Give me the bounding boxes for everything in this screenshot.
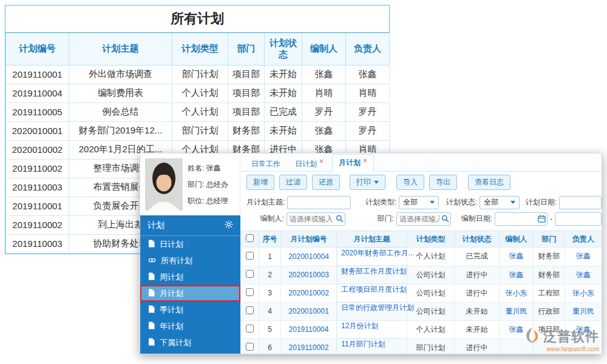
cell: 罗丹 — [302, 103, 346, 121]
plan-type-select[interactable]: 全部 — [399, 196, 439, 209]
tab-label: 日计划 — [295, 157, 317, 171]
plan-row[interactable]: 2019110001外出做市场调查部门计划项目部未开始张鑫张鑫 — [6, 65, 390, 84]
cell: 未开始 — [265, 84, 302, 103]
import-button[interactable]: 导入 — [396, 175, 424, 190]
owner-link[interactable]: 张鑫 — [565, 248, 602, 266]
print-button[interactable]: 打印 — [350, 175, 385, 190]
sidebar-item-week-plan[interactable]: 周计划 — [140, 269, 240, 285]
tab-day-plan[interactable]: 日计划 × — [289, 157, 330, 171]
compile-date-label: 编制日期: — [456, 214, 492, 224]
sidebar: 计划 日计划 所有计划 周计划 — [140, 215, 240, 354]
table-row: 42020010001日常的行政管理月计划公司计划未开始董川民行政部董川民 — [241, 302, 602, 320]
export-button[interactable]: 导出 — [429, 175, 457, 190]
tab-daily-work[interactable]: 日常工作 — [245, 157, 287, 171]
cell: 未开始 — [265, 65, 302, 84]
plan-status-label: 计划状态: — [444, 197, 477, 207]
sidebar-item-label: 年计划 — [160, 321, 183, 332]
compiler-link[interactable]: 董川民 — [500, 302, 534, 320]
cell: 2019110001 — [6, 197, 69, 215]
col-header: 编制人 — [500, 231, 534, 248]
col-header: 部门 — [228, 33, 265, 66]
col-header: 计划状态 — [265, 33, 302, 66]
compiler-link[interactable]: 张小东 — [500, 284, 534, 302]
plan-row[interactable]: 2019110004编制费用表个人计划项目部未开始肖晴肖晴 — [6, 84, 390, 103]
gear-icon[interactable] — [225, 220, 233, 231]
compiler-link[interactable]: 张鑫 — [500, 266, 534, 284]
plan-row[interactable]: 2019110005例会总结个人计划项目部已完成罗丹罗丹 — [6, 103, 390, 121]
col-header: 负责人 — [346, 33, 390, 66]
owner-link[interactable]: 张鑫 — [565, 266, 602, 284]
sidebar-item-subordinate-plan[interactable]: 下属计划 — [140, 334, 240, 351]
file-icon — [148, 322, 155, 331]
compile-date-end-input[interactable] — [555, 212, 602, 226]
plan-row[interactable]: 2020010001财务部门2019年12...部门计划财务部未开始张鑫罗丹 — [6, 121, 390, 140]
row-checkbox[interactable] — [246, 325, 254, 332]
sidebar-item-label: 所有计划 — [161, 255, 192, 266]
cell: 部门计划 — [172, 121, 228, 140]
plan-id-link[interactable]: 2019110004 — [281, 320, 337, 339]
calendar-icon[interactable] — [538, 215, 546, 224]
owner-link[interactable]: 张小东 — [565, 284, 602, 302]
sidebar-item-label: 周计划 — [160, 272, 183, 283]
row-checkbox[interactable] — [246, 252, 254, 260]
sidebar-item-day-plan[interactable]: 日计划 — [140, 236, 240, 252]
sidebar-item-label: 季计划 — [160, 305, 183, 315]
filter-button[interactable]: 过滤 — [279, 175, 307, 190]
plan-date-label: 计划日期: — [523, 197, 557, 207]
cell: 张鑫 — [302, 121, 346, 140]
close-icon[interactable]: × — [363, 157, 367, 164]
plan-id-link[interactable]: 2020010002 — [281, 284, 337, 302]
monthly-plan-window: 姓名: 张鑫 部门: 总经办 职位: 总经理 计划 日计划 — [140, 153, 602, 354]
row-checkbox[interactable] — [246, 288, 254, 296]
cell: 个人计划 — [172, 103, 228, 121]
file-icon — [148, 240, 155, 249]
row-checkbox[interactable] — [246, 343, 254, 351]
tab-month-plan[interactable]: 月计划 × — [332, 154, 374, 172]
sidebar-item-quarter-plan[interactable]: 季计划 — [140, 302, 240, 318]
date-range-separator: - — [550, 215, 552, 223]
watermark: 泛普软件 www.fanpusoft.com — [523, 326, 599, 352]
cell: 罗丹 — [346, 121, 390, 140]
cell: 2019110005 — [6, 103, 69, 121]
compiler-label: 编制人: — [246, 214, 284, 224]
cell: 项目部 — [228, 65, 265, 84]
col-header: 计划主题 — [69, 33, 172, 66]
cell: 外出做市场调查 — [69, 65, 172, 84]
tab-label: 月计划 — [339, 155, 361, 171]
row-checkbox[interactable] — [246, 306, 254, 314]
file-icon — [148, 338, 155, 348]
month-plan-subject-input[interactable] — [287, 196, 351, 209]
plan-id-link[interactable]: 2019110002 — [281, 339, 337, 354]
plan-type-value: 全部 — [403, 197, 418, 207]
plan-id-link[interactable]: 2020010004 — [281, 248, 337, 266]
sidebar-item-month-plan[interactable]: 月计划 — [140, 285, 240, 302]
row-checkbox[interactable] — [246, 270, 254, 278]
sidebar-item-all-plans[interactable]: 所有计划 — [140, 252, 240, 269]
tab-label: 日常工作 — [251, 157, 280, 171]
cell-index: 1 — [259, 248, 281, 266]
owner-link[interactable]: 董川民 — [565, 302, 602, 320]
col-header: 部门 — [534, 231, 565, 248]
col-header: 计划类型 — [172, 33, 228, 66]
add-button[interactable]: 新增 — [246, 175, 274, 190]
restore-button[interactable]: 还原 — [312, 175, 340, 190]
sidebar-item-year-plan[interactable]: 年计划 — [140, 318, 240, 334]
plan-status-select[interactable]: 全部 — [480, 196, 520, 209]
chevron-down-icon — [430, 201, 435, 204]
screen: 所有计划 计划编号 计划主题 计划类型 部门 计划状态 编制人 负责人 2019… — [0, 0, 607, 364]
view-log-button[interactable]: 查看日志 — [468, 175, 510, 190]
cell-index: 6 — [259, 339, 281, 354]
col-header: 计划编号 — [6, 33, 69, 66]
compiler-link[interactable]: 张鑫 — [500, 248, 534, 266]
plan-date-input[interactable] — [559, 196, 602, 209]
close-icon[interactable]: × — [319, 158, 324, 165]
cell: 财务部 — [228, 121, 265, 140]
select-all-checkbox[interactable] — [246, 234, 254, 242]
file-icon — [148, 305, 155, 315]
cell-index: 3 — [259, 284, 281, 302]
plan-id-link[interactable]: 2020010003 — [281, 266, 337, 284]
search-icon[interactable] — [336, 215, 344, 224]
search-icon[interactable] — [441, 215, 449, 224]
plan-id-link[interactable]: 2020010001 — [281, 302, 337, 320]
cell: 2019110003 — [6, 178, 69, 197]
